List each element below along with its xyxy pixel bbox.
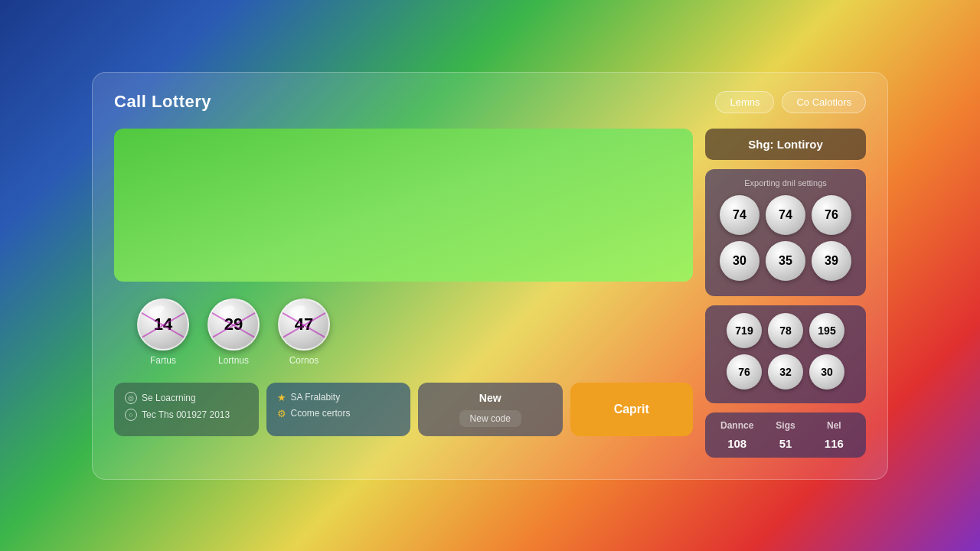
- stats-val-3: 116: [810, 437, 858, 450]
- stats-col-1: Dannce: [713, 420, 761, 431]
- ball-lines: [139, 300, 188, 349]
- card-caprit[interactable]: Caprit: [570, 383, 694, 436]
- card-sa-row-1: ★ SA Fralabity: [277, 392, 400, 403]
- info-icon: ○: [125, 409, 137, 421]
- stats-col-3: Nel: [810, 420, 858, 431]
- shg-lontiroy-button[interactable]: Shg: Lontiroy: [705, 129, 866, 160]
- stats-val-2: 51: [761, 437, 809, 450]
- num-35: 35: [766, 241, 805, 281]
- numbers-row-1-2: 30 35 39: [713, 241, 858, 281]
- stats-col-2: Sigs: [761, 420, 809, 431]
- grid1-label: Exporting dnil settings: [713, 178, 858, 187]
- bottom-cards: ◎ Se Loacrning ○ Tec Ths 001927 2013 ★ S…: [114, 383, 693, 436]
- ball-item-lortnus: 29 Lortnus: [207, 298, 260, 366]
- new-label: New: [479, 392, 501, 404]
- num-30a: 30: [720, 241, 760, 281]
- star-icon-2: ⚙: [277, 408, 286, 419]
- card-sa: ★ SA Fralabity ⚙ Ccome certors: [266, 383, 411, 436]
- numbers-grid-1: Exporting dnil settings 74 74 76 30 35 3…: [705, 169, 866, 296]
- ball-item-fartus: 14 Fartus: [137, 298, 189, 366]
- right-panel: Shg: Lontiroy Exporting dnil settings 74…: [705, 129, 866, 458]
- card-new[interactable]: New New code: [418, 383, 563, 436]
- ball-label-1: Lortnus: [218, 355, 249, 366]
- co-calotlors-button[interactable]: Co Calotlors: [782, 91, 866, 113]
- card-info: ◎ Se Loacrning ○ Tec Ths 001927 2013: [114, 383, 259, 436]
- left-area: 14 Fartus 29 Lortnus 47 Corno: [114, 129, 693, 458]
- header-buttons: Lemns Co Calotlors: [715, 91, 866, 113]
- lemns-button[interactable]: Lemns: [715, 91, 774, 113]
- num-32: 32: [768, 354, 803, 390]
- num-30b: 30: [809, 354, 844, 390]
- num-39: 39: [812, 241, 851, 281]
- num-719: 719: [727, 313, 762, 348]
- info-text-2: Tec Ths 001927 2013: [142, 409, 230, 420]
- num-74b: 74: [766, 195, 805, 235]
- app-title: Call Lottery: [114, 92, 211, 112]
- green-zone: [114, 129, 693, 282]
- num-76: 76: [812, 195, 851, 235]
- balls-row: 14 Fartus 29 Lortnus 47 Corno: [114, 291, 693, 373]
- stats-values-row: 108 51 116: [713, 437, 858, 450]
- stats-val-1: 108: [713, 437, 761, 450]
- sa-text-1: SA Fralabity: [291, 392, 341, 403]
- numbers-row-2-1: 719 78 195: [713, 313, 858, 348]
- numbers-row-1-1: 74 74 76: [713, 195, 858, 235]
- ball-lines-2: [279, 300, 328, 349]
- caprit-label: Caprit: [614, 403, 649, 416]
- ball-item-cornos: 47 Cornos: [278, 298, 330, 366]
- ball-lines-1: [209, 300, 258, 349]
- num-74a: 74: [720, 195, 760, 235]
- card-info-row-2: ○ Tec Ths 001927 2013: [125, 409, 248, 421]
- stats-header-row: Dannce Sigs Nel: [713, 420, 858, 431]
- numbers-grid-2: 719 78 195 76 32 30: [705, 305, 866, 403]
- sa-text-2: Ccome certors: [291, 408, 351, 419]
- info-text-1: Se Loacrning: [142, 393, 196, 403]
- body: 14 Fartus 29 Lortnus 47 Corno: [114, 129, 866, 458]
- location-icon: ◎: [125, 392, 137, 404]
- new-code[interactable]: New code: [459, 410, 521, 427]
- ball-29: 29: [207, 298, 260, 350]
- star-icon-1: ★: [277, 392, 286, 403]
- numbers-row-2-2: 76 32 30: [713, 354, 858, 390]
- ball-label-2: Cornos: [289, 355, 319, 366]
- ball-label-0: Fartus: [150, 355, 176, 366]
- num-76: 76: [727, 354, 762, 390]
- card-info-row-1: ◎ Se Loacrning: [125, 392, 248, 404]
- main-card: Call Lottery Lemns Co Calotlors 14 Fartu…: [92, 72, 888, 480]
- ball-14: 14: [137, 298, 189, 350]
- ball-47: 47: [278, 298, 330, 350]
- num-78: 78: [768, 313, 803, 348]
- stats-grid: Dannce Sigs Nel 108 51 116: [705, 412, 866, 458]
- header: Call Lottery Lemns Co Calotlors: [114, 91, 866, 113]
- num-195: 195: [809, 313, 844, 348]
- card-sa-row-2: ⚙ Ccome certors: [277, 408, 400, 419]
